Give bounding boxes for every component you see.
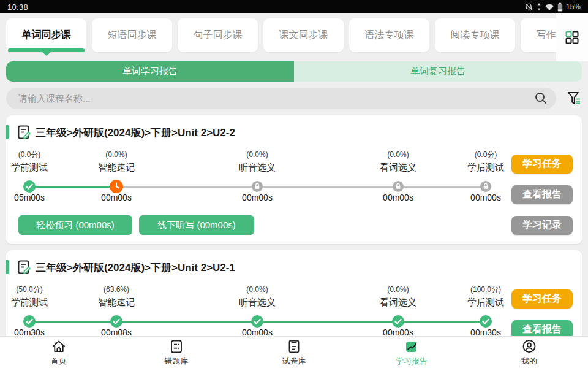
easy-preview-button[interactable]: 轻松预习 (00m00s)	[18, 215, 132, 235]
battery-icon	[557, 2, 563, 12]
step-score: (0.0%)	[355, 285, 441, 294]
sub-tab-study-report[interactable]: 单词学习报告	[6, 61, 294, 82]
step-post-test: (0.0分) 学后测试	[443, 150, 529, 174]
step-status-locked-icon[interactable]	[393, 181, 404, 192]
step-score: (0.0%)	[355, 150, 441, 159]
step-name: 听音选义	[214, 161, 300, 174]
profile-icon	[521, 339, 537, 355]
course-tab-bar: 单词同步课 短语同步课 句子同步课 课文同步课 语法专项课 阅读专项课 写作专项…	[0, 13, 588, 61]
course-card-u2-2: 三年级>外研版(2024版)>下册>Unit 2>U2-2 (0.0分) 学前测…	[6, 115, 582, 244]
step-score: (0.0%)	[74, 150, 159, 159]
sub-tab-label: 单词复习报告	[410, 66, 466, 77]
step-time: 00m00s	[214, 193, 300, 202]
search-pill	[6, 88, 556, 109]
nav-profile[interactable]: 我的	[470, 337, 588, 368]
step-status-done-icon[interactable]	[23, 180, 36, 193]
step-see-choose: (0.0%) 看词选义	[355, 150, 441, 174]
step-status-locked-icon[interactable]	[480, 181, 491, 192]
nav-home[interactable]: 首页	[0, 337, 118, 368]
nav-wrong-question-bank[interactable]: 错题库	[118, 337, 235, 368]
step-status-done-icon[interactable]	[480, 315, 492, 328]
nav-exam-paper-bank[interactable]: 试卷库	[235, 337, 353, 368]
tab-label: 短语同步课	[108, 29, 157, 42]
step-score: (100.0分)	[443, 285, 529, 294]
step-status-done-icon[interactable]	[23, 315, 36, 328]
step-score: (0.0%)	[214, 285, 300, 294]
course-title: 三年级>外研版(2024版)>下册>Unit 2>U2-1	[36, 261, 235, 275]
step-smart-memorize: (0.0%) 智能速记	[74, 150, 159, 174]
step-listen-choose: (0.0%) 听音选义	[214, 150, 300, 174]
step-name: 学前测试	[0, 296, 72, 309]
tab-text-sync[interactable]: 课文同步课	[263, 18, 344, 52]
step-status-done-icon[interactable]	[110, 315, 123, 328]
nav-label: 试卷库	[282, 356, 306, 367]
step-time: 00m00s	[355, 193, 441, 202]
notifications-off-icon	[524, 2, 533, 12]
tab-label: 阅读专项课	[451, 29, 500, 42]
course-doc-icon	[17, 259, 32, 275]
tab-grammar-special[interactable]: 语法专项课	[349, 18, 429, 52]
tab-label: 单词同步课	[22, 29, 71, 42]
step-post-test: (100.0分) 学后测试	[443, 285, 529, 309]
step-name: 学后测试	[443, 296, 529, 309]
step-listen-choose: (0.0%) 听音选义	[214, 285, 300, 309]
wrong-question-bank-icon	[168, 339, 184, 355]
step-pre-test: (50.0分) 学前测试	[0, 285, 72, 309]
tab-label: 语法专项课	[365, 29, 414, 42]
step-pre-test: (0.0分) 学前测试	[0, 150, 72, 174]
active-tab-notch	[42, 52, 51, 56]
tab-overflow-strip	[556, 13, 588, 61]
tab-reading-special[interactable]: 阅读专项课	[435, 18, 515, 52]
home-icon	[51, 339, 67, 355]
app-screen: 10:38 15% 单词同步课	[0, 0, 588, 368]
progress-track-done	[29, 186, 116, 188]
nav-label: 首页	[51, 356, 67, 367]
step-smart-memorize: (63.6%) 智能速记	[74, 285, 159, 309]
nav-label: 错题库	[165, 356, 189, 367]
bottom-nav: 首页 错题库 试卷库	[0, 336, 588, 368]
status-bar: 10:38 15%	[0, 0, 588, 13]
exam-paper-bank-icon	[286, 339, 302, 355]
sub-tab-review-report[interactable]: 单词复习报告	[294, 61, 582, 82]
search-icon[interactable]	[534, 91, 548, 105]
search-row	[6, 88, 582, 109]
search-input[interactable]	[18, 93, 529, 104]
nav-label: 我的	[521, 356, 537, 367]
status-icons: 15%	[524, 2, 581, 12]
step-status-locked-icon[interactable]	[252, 181, 263, 192]
step-status-in-progress-icon[interactable]	[110, 180, 123, 193]
step-score: (0.0分)	[443, 150, 529, 159]
grid-menu-icon[interactable]	[565, 30, 579, 45]
wifi-icon	[545, 3, 554, 11]
card-accent-bar	[6, 260, 9, 274]
battery-percent: 15%	[566, 2, 581, 11]
step-name: 智能速记	[74, 296, 159, 309]
tab-label: 课文同步课	[279, 29, 328, 42]
step-see-choose: (0.0%) 看词选义	[355, 285, 441, 309]
study-record-button[interactable]: 学习记录	[511, 216, 573, 235]
sub-tab-label: 单词学习报告	[123, 66, 178, 77]
course-tabs: 单词同步课 短语同步课 句子同步课 课文同步课 语法专项课 阅读专项课 写作专项…	[6, 18, 588, 52]
step-score: (0.0%)	[214, 150, 300, 159]
tab-sentence-sync[interactable]: 句子同步课	[178, 18, 258, 52]
step-name: 学后测试	[443, 161, 529, 174]
report-sub-tabs: 单词学习报告 单词复习报告	[6, 61, 582, 82]
step-name: 学前测试	[0, 161, 72, 174]
tab-label: 句子同步课	[194, 29, 243, 42]
nav-study-report[interactable]: 学习报告	[353, 337, 470, 368]
progress-track-remaining	[116, 186, 486, 188]
step-score: (0.0分)	[0, 150, 72, 159]
study-report-icon	[404, 339, 420, 355]
tab-phrase-sync[interactable]: 短语同步课	[92, 18, 172, 52]
step-name: 听音选义	[214, 296, 300, 309]
card-accent-bar	[6, 125, 9, 139]
step-status-done-icon[interactable]	[392, 315, 404, 328]
step-score: (50.0分)	[0, 285, 72, 294]
step-time: 05m00s	[0, 193, 72, 202]
course-title: 三年级>外研版(2024版)>下册>Unit 2>U2-2	[36, 126, 235, 140]
step-status-done-icon[interactable]	[251, 315, 263, 328]
tab-word-sync[interactable]: 单词同步课	[6, 18, 86, 52]
offline-dictation-button[interactable]: 线下听写 (00m00s)	[139, 215, 254, 235]
step-name: 智能速记	[74, 161, 159, 174]
filter-icon[interactable]	[566, 90, 582, 107]
